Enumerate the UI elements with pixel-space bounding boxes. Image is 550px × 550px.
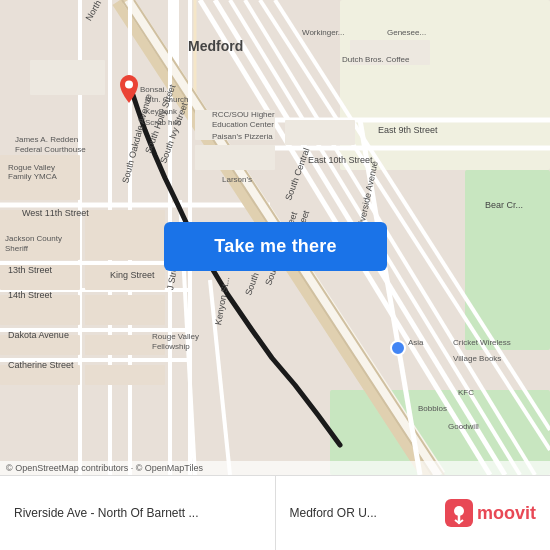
- svg-rect-38: [0, 335, 80, 355]
- svg-rect-44: [285, 120, 355, 145]
- svg-rect-45: [30, 60, 105, 95]
- take-me-there-button[interactable]: Take me there: [164, 222, 387, 271]
- attribution-text: © OpenStreetMap contributors · © OpenMap…: [6, 463, 203, 473]
- svg-point-47: [125, 81, 133, 89]
- moovit-logo: moovit: [445, 499, 536, 527]
- svg-point-49: [454, 506, 464, 516]
- svg-rect-41: [85, 365, 165, 385]
- svg-rect-34: [85, 210, 165, 260]
- origin-section[interactable]: Riverside Ave - North Of Barnett ...: [0, 476, 276, 550]
- svg-rect-5: [340, 0, 550, 170]
- svg-rect-31: [0, 155, 80, 200]
- take-me-there-label: Take me there: [214, 236, 336, 257]
- svg-rect-39: [85, 335, 165, 355]
- moovit-text: moovit: [477, 503, 536, 524]
- destination-label: Medford OR U...: [290, 506, 377, 520]
- moovit-icon: [445, 499, 473, 527]
- svg-rect-32: [0, 210, 80, 260]
- origin-text-group: Riverside Ave - North Of Barnett ...: [14, 506, 199, 520]
- svg-rect-33: [0, 265, 80, 290]
- svg-rect-42: [195, 110, 275, 140]
- bottom-bar: Riverside Ave - North Of Barnett ... Med…: [0, 475, 550, 550]
- svg-rect-43: [195, 145, 275, 170]
- map-area: Medford North Front Street South Holly S…: [0, 0, 550, 475]
- destination-text-group: Medford OR U...: [290, 506, 377, 520]
- destination-section[interactable]: Medford OR U... moovit: [276, 476, 551, 550]
- svg-rect-46: [350, 40, 430, 65]
- app-container: Medford North Front Street South Holly S…: [0, 0, 550, 550]
- svg-rect-3: [465, 170, 550, 350]
- origin-label: Riverside Ave - North Of Barnett ...: [14, 506, 199, 520]
- map-attribution: © OpenStreetMap contributors · © OpenMap…: [0, 461, 550, 475]
- svg-rect-36: [85, 295, 165, 325]
- svg-rect-37: [0, 295, 80, 325]
- location-pin: [118, 75, 140, 103]
- svg-rect-40: [0, 365, 80, 385]
- svg-rect-35: [85, 265, 165, 290]
- destination-marker: [390, 340, 406, 356]
